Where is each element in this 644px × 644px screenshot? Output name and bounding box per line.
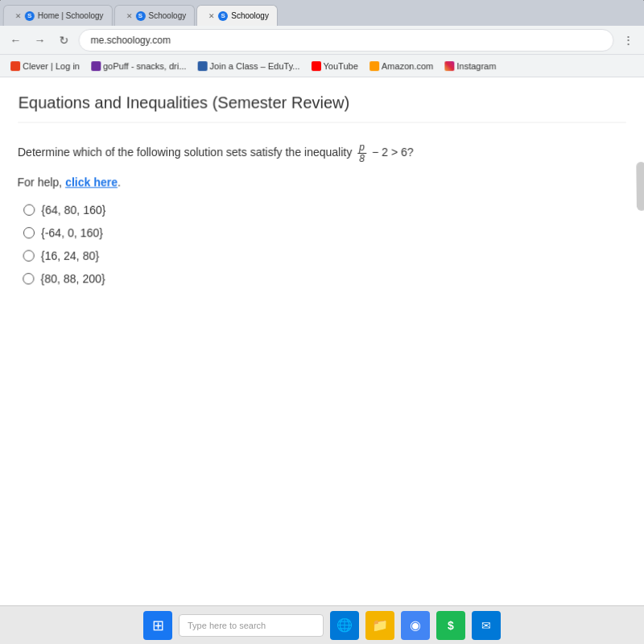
address-text: me.schoology.com	[91, 35, 171, 46]
radio-1[interactable]	[23, 204, 35, 216]
option-3[interactable]: {16, 24, 80}	[23, 250, 628, 262]
help-row: For help, click here.	[17, 176, 626, 189]
tab-favicon-s1: S	[135, 10, 145, 20]
option-2[interactable]: {-64, 0, 160}	[23, 226, 627, 239]
gopuff-icon	[91, 61, 101, 71]
start-button[interactable]: ⊞	[143, 611, 172, 640]
scrollbar[interactable]	[636, 162, 644, 211]
instagram-icon	[444, 61, 454, 71]
schoology-page: Equations and Inequalities (Semester Rev…	[0, 77, 644, 312]
amazon-icon	[369, 61, 379, 71]
tabs-row: ✕ S Home | Schoology ✕ S Schoology ✕ S S…	[0, 0, 644, 26]
option-4[interactable]: {80, 88, 200}	[23, 272, 628, 285]
help-link[interactable]: click here	[65, 176, 118, 189]
inequality-rest: − 2 > 6?	[372, 146, 414, 159]
option-1[interactable]: {64, 80, 160}	[23, 204, 627, 217]
tab-schoology1[interactable]: ✕ S Schoology	[114, 5, 195, 26]
answer-options: {64, 80, 160} {-64, 0, 160} {16, 24, 80}…	[23, 204, 628, 286]
bookmark-label-gopuff: goPuff - snacks, dri...	[103, 61, 186, 71]
question-text: Determine which of the following solutio…	[18, 142, 626, 165]
bookmark-label-clever: Clever | Log in	[23, 61, 80, 71]
browser-window: ✕ S Home | Schoology ✕ S Schoology ✕ S S…	[0, 0, 644, 609]
bookmark-label-eduy: Join a Class – EduTy...	[210, 61, 300, 71]
tab-label-home: Home | Schoology	[38, 11, 104, 20]
taskbar-folder-icon[interactable]: 📁	[365, 611, 394, 640]
tab-close-icon-2[interactable]: ✕	[126, 11, 132, 19]
taskbar-edge-icon[interactable]: 🌐	[330, 611, 359, 640]
page-title: Equations and Inequalities (Semester Rev…	[18, 93, 625, 122]
tab-label-s2: Schoology	[231, 11, 269, 20]
fraction-numerator: p	[357, 142, 366, 154]
bookmark-amazon[interactable]: Amazon.com	[365, 60, 438, 72]
address-field[interactable]: me.schoology.com	[78, 29, 613, 52]
tab-schoology2[interactable]: ✕ S Schoology	[196, 5, 278, 26]
option-2-label: {-64, 0, 160}	[41, 226, 103, 239]
fraction-container: p 8	[357, 142, 366, 165]
option-1-label: {64, 80, 160}	[41, 204, 105, 217]
taskbar: ⊞ Type here to search 🌐 📁 ◉ $ ✉	[0, 605, 644, 644]
tab-close-icon[interactable]: ✕	[15, 11, 22, 19]
taskbar-search[interactable]: Type here to search	[179, 614, 324, 637]
bookmark-instagram[interactable]: Instagram	[440, 60, 501, 72]
tab-home[interactable]: ✕ S Home | Schoology	[3, 5, 113, 26]
clever-icon	[10, 61, 20, 71]
tab-label-s1: Schoology	[148, 11, 186, 20]
help-suffix: .	[118, 176, 121, 189]
taskbar-search-placeholder: Type here to search	[188, 621, 266, 630]
taskbar-chrome-icon[interactable]: ◉	[401, 611, 430, 640]
option-4-label: {80, 88, 200}	[40, 272, 105, 285]
eduy-icon	[197, 61, 207, 71]
bookmarks-bar: Clever | Log in goPuff - snacks, dri... …	[0, 55, 644, 77]
address-bar-row: ← → ↻ me.schoology.com ⋮	[0, 26, 644, 55]
option-3-label: {16, 24, 80}	[41, 250, 99, 262]
back-button[interactable]: ←	[6, 31, 25, 50]
refresh-button[interactable]: ↻	[54, 31, 73, 50]
fraction-denominator: 8	[357, 154, 366, 164]
bookmark-youtube[interactable]: YouTube	[306, 60, 362, 72]
radio-2[interactable]	[23, 228, 35, 239]
tab-favicon-s2: S	[218, 10, 228, 20]
radio-4[interactable]	[23, 273, 34, 284]
bookmark-label-instagram: Instagram	[456, 61, 496, 71]
taskbar-mail-icon[interactable]: ✉	[472, 611, 501, 640]
bookmark-label-youtube: YouTube	[324, 61, 358, 71]
bookmark-gopuff[interactable]: goPuff - snacks, dri...	[86, 60, 192, 72]
bookmark-label-amazon: Amazon.com	[382, 61, 433, 71]
radio-3[interactable]	[23, 250, 35, 262]
extensions-button[interactable]: ⋮	[618, 31, 638, 50]
bookmark-clever[interactable]: Clever | Log in	[6, 60, 85, 72]
help-prefix: For help,	[17, 176, 65, 189]
tab-close-icon-3[interactable]: ✕	[208, 11, 215, 19]
question-prefix: Determine which of the following solutio…	[18, 146, 353, 159]
screen: ✕ S Home | Schoology ✕ S Schoology ✕ S S…	[0, 0, 644, 644]
forward-button[interactable]: →	[30, 31, 49, 50]
bookmark-eduy[interactable]: Join a Class – EduTy...	[192, 60, 304, 72]
taskbar-dollar-icon[interactable]: $	[436, 611, 465, 640]
youtube-icon	[312, 61, 321, 71]
tab-favicon-home: S	[25, 10, 35, 20]
page-content: Equations and Inequalities (Semester Rev…	[0, 77, 644, 609]
